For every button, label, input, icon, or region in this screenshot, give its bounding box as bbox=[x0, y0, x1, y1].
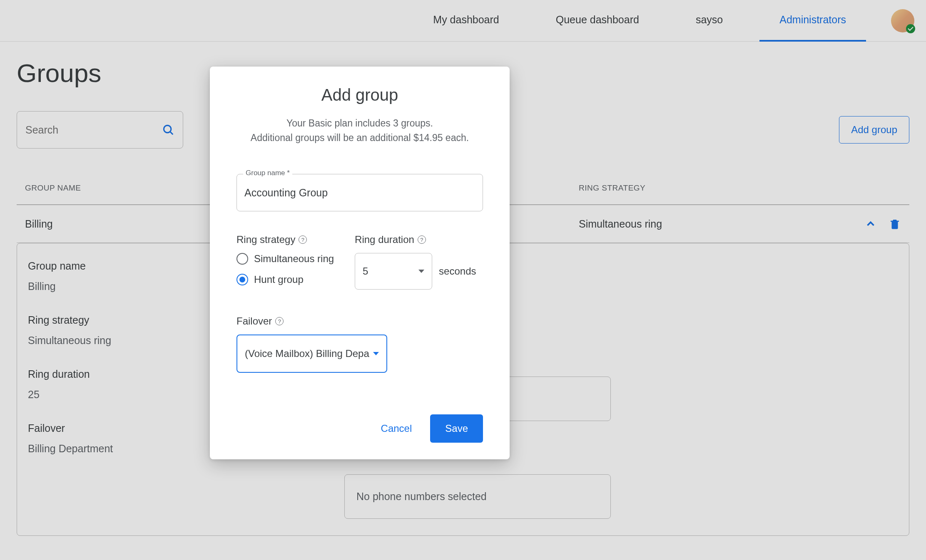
help-icon[interactable]: ? bbox=[418, 235, 426, 244]
group-name-field: Group name * bbox=[236, 174, 483, 211]
save-button[interactable]: Save bbox=[430, 414, 483, 443]
modal-subtitle-line2: Additional groups will be an additional … bbox=[251, 132, 469, 143]
help-icon[interactable]: ? bbox=[275, 317, 284, 325]
failover-value: (Voice Mailbox) Billing Department bbox=[245, 348, 370, 359]
radio-simultaneous-ring[interactable]: Simultaneous ring bbox=[236, 253, 334, 265]
radio-simultaneous-label: Simultaneous ring bbox=[254, 253, 334, 265]
ring-duration-label: Ring duration bbox=[355, 234, 414, 245]
chevron-down-icon bbox=[373, 352, 379, 355]
group-name-input[interactable] bbox=[236, 174, 483, 211]
radio-hunt-group[interactable]: Hunt group bbox=[236, 274, 334, 285]
radio-icon bbox=[236, 274, 248, 285]
ring-duration-select[interactable]: 5 bbox=[355, 253, 432, 290]
modal-actions: Cancel Save bbox=[236, 414, 483, 443]
group-name-label: Group name * bbox=[243, 169, 292, 177]
cancel-button[interactable]: Cancel bbox=[378, 419, 416, 439]
ring-strategy-section: Ring strategy ? Simultaneous ring Hunt g… bbox=[236, 234, 334, 295]
modal-title: Add group bbox=[236, 86, 483, 104]
help-icon[interactable]: ? bbox=[299, 235, 307, 244]
ring-duration-unit: seconds bbox=[439, 265, 476, 277]
radio-hunt-label: Hunt group bbox=[254, 274, 304, 285]
modal-subtitle: Your Basic plan includes 3 groups. Addit… bbox=[236, 116, 483, 145]
failover-label: Failover bbox=[236, 315, 272, 327]
ring-duration-value: 5 bbox=[363, 265, 368, 277]
add-group-modal: Add group Your Basic plan includes 3 gro… bbox=[210, 67, 510, 459]
modal-subtitle-line1: Your Basic plan includes 3 groups. bbox=[286, 118, 433, 129]
chevron-down-icon bbox=[418, 270, 424, 273]
failover-select[interactable]: (Voice Mailbox) Billing Department bbox=[236, 335, 387, 373]
radio-icon bbox=[236, 253, 248, 265]
ring-duration-section: Ring duration ? 5 seconds bbox=[355, 234, 476, 295]
ring-strategy-label: Ring strategy bbox=[236, 234, 295, 245]
